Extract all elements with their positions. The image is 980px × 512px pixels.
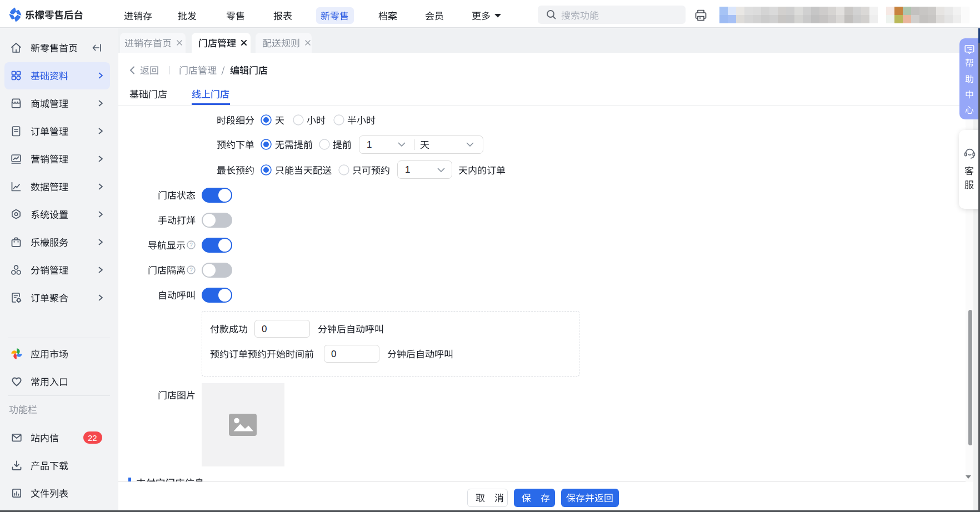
svg-text:?: ? bbox=[189, 267, 193, 273]
svg-text:?: ? bbox=[189, 242, 193, 248]
